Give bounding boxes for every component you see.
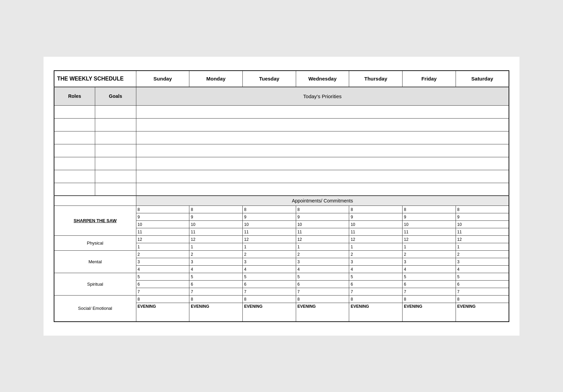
- time-fri-6[interactable]: 6: [403, 281, 456, 288]
- time-wed-6[interactable]: 6: [296, 281, 349, 288]
- time-thu-7[interactable]: 7: [349, 288, 403, 296]
- priority-cell-6[interactable]: [136, 170, 509, 183]
- evening-sat[interactable]: EVENING: [456, 303, 509, 322]
- time-sun-7[interactable]: 7: [136, 288, 189, 296]
- time-fri-5[interactable]: 5: [403, 273, 456, 281]
- time-wed-9[interactable]: 9: [296, 213, 349, 221]
- time-tue-6[interactable]: 6: [242, 281, 296, 288]
- time-wed-5[interactable]: 5: [296, 273, 349, 281]
- time-thu-8a[interactable]: 8: [349, 206, 403, 213]
- time-fri-8b[interactable]: 8: [403, 296, 456, 303]
- goal-cell-2[interactable]: [95, 118, 136, 131]
- time-sun-8b[interactable]: 8: [136, 296, 189, 303]
- evening-fri[interactable]: EVENING: [403, 303, 456, 322]
- time-sun-4[interactable]: 4: [136, 266, 189, 273]
- time-sun-12[interactable]: 12: [136, 236, 189, 243]
- time-sat-11[interactable]: 11: [456, 228, 509, 236]
- goal-cell-7[interactable]: [95, 183, 136, 196]
- role-cell-3[interactable]: [54, 131, 95, 144]
- time-sat-3[interactable]: 3: [456, 258, 509, 266]
- priority-cell-5[interactable]: [136, 157, 509, 170]
- time-fri-2[interactable]: 2: [403, 251, 456, 258]
- time-mon-3[interactable]: 3: [189, 258, 243, 266]
- role-cell-7[interactable]: [54, 183, 95, 196]
- time-fri-4[interactable]: 4: [403, 266, 456, 273]
- time-sat-2[interactable]: 2: [456, 251, 509, 258]
- role-cell-1[interactable]: [54, 105, 95, 118]
- time-tue-7[interactable]: 7: [242, 288, 296, 296]
- time-tue-4[interactable]: 4: [242, 266, 296, 273]
- priority-cell-4[interactable]: [136, 144, 509, 157]
- priority-cell-3[interactable]: [136, 131, 509, 144]
- time-sat-4[interactable]: 4: [456, 266, 509, 273]
- time-thu-2[interactable]: 2: [349, 251, 403, 258]
- time-mon-12[interactable]: 12: [189, 236, 243, 243]
- time-mon-11[interactable]: 11: [189, 228, 243, 236]
- time-wed-8a[interactable]: 8: [296, 206, 349, 213]
- role-cell-6[interactable]: [54, 170, 95, 183]
- time-fri-7[interactable]: 7: [403, 288, 456, 296]
- time-tue-11[interactable]: 11: [242, 228, 296, 236]
- time-sun-11[interactable]: 11: [136, 228, 189, 236]
- time-mon-6[interactable]: 6: [189, 281, 243, 288]
- time-mon-5[interactable]: 5: [189, 273, 243, 281]
- time-thu-6[interactable]: 6: [349, 281, 403, 288]
- time-fri-9[interactable]: 9: [403, 213, 456, 221]
- time-wed-4[interactable]: 4: [296, 266, 349, 273]
- time-thu-12[interactable]: 12: [349, 236, 403, 243]
- time-mon-8a[interactable]: 8: [189, 206, 243, 213]
- time-tue-10[interactable]: 10: [242, 221, 296, 228]
- time-sat-7[interactable]: 7: [456, 288, 509, 296]
- time-thu-4[interactable]: 4: [349, 266, 403, 273]
- time-fri-3[interactable]: 3: [403, 258, 456, 266]
- time-tue-9[interactable]: 9: [242, 213, 296, 221]
- time-tue-12[interactable]: 12: [242, 236, 296, 243]
- time-wed-12[interactable]: 12: [296, 236, 349, 243]
- role-cell-5[interactable]: [54, 157, 95, 170]
- time-tue-1[interactable]: 1: [242, 243, 296, 251]
- time-wed-10[interactable]: 10: [296, 221, 349, 228]
- time-mon-2[interactable]: 2: [189, 251, 243, 258]
- time-tue-3[interactable]: 3: [242, 258, 296, 266]
- time-fri-12[interactable]: 12: [403, 236, 456, 243]
- priority-cell-2[interactable]: [136, 118, 509, 131]
- time-wed-1[interactable]: 1: [296, 243, 349, 251]
- goal-cell-3[interactable]: [95, 131, 136, 144]
- time-wed-3[interactable]: 3: [296, 258, 349, 266]
- time-sat-12[interactable]: 12: [456, 236, 509, 243]
- role-cell-2[interactable]: [54, 118, 95, 131]
- evening-thu[interactable]: EVENING: [349, 303, 403, 322]
- time-sat-5[interactable]: 5: [456, 273, 509, 281]
- time-sun-9[interactable]: 9: [136, 213, 189, 221]
- time-mon-1[interactable]: 1: [189, 243, 243, 251]
- time-mon-10[interactable]: 10: [189, 221, 243, 228]
- priority-cell-7[interactable]: [136, 183, 509, 196]
- goal-cell-5[interactable]: [95, 157, 136, 170]
- role-cell-4[interactable]: [54, 144, 95, 157]
- time-mon-9[interactable]: 9: [189, 213, 243, 221]
- priority-cell-1[interactable]: [136, 105, 509, 118]
- goal-cell-1[interactable]: [95, 105, 136, 118]
- goal-cell-6[interactable]: [95, 170, 136, 183]
- evening-mon[interactable]: EVENING: [189, 303, 243, 322]
- time-sat-10[interactable]: 10: [456, 221, 509, 228]
- time-sun-2[interactable]: 2: [136, 251, 189, 258]
- time-sat-8a[interactable]: 8: [456, 206, 509, 213]
- time-wed-2[interactable]: 2: [296, 251, 349, 258]
- time-tue-8b[interactable]: 8: [242, 296, 296, 303]
- time-thu-1[interactable]: 1: [349, 243, 403, 251]
- time-sun-8a[interactable]: 8: [136, 206, 189, 213]
- evening-wed[interactable]: EVENING: [296, 303, 349, 322]
- time-tue-8a[interactable]: 8: [242, 206, 296, 213]
- time-wed-11[interactable]: 11: [296, 228, 349, 236]
- evening-tue[interactable]: EVENING: [242, 303, 296, 322]
- time-thu-3[interactable]: 3: [349, 258, 403, 266]
- time-thu-10[interactable]: 10: [349, 221, 403, 228]
- time-thu-11[interactable]: 11: [349, 228, 403, 236]
- time-thu-8b[interactable]: 8: [349, 296, 403, 303]
- time-sat-1[interactable]: 1: [456, 243, 509, 251]
- time-fri-1[interactable]: 1: [403, 243, 456, 251]
- time-sun-3[interactable]: 3: [136, 258, 189, 266]
- time-wed-8b[interactable]: 8: [296, 296, 349, 303]
- evening-sun[interactable]: EVENING: [136, 303, 189, 322]
